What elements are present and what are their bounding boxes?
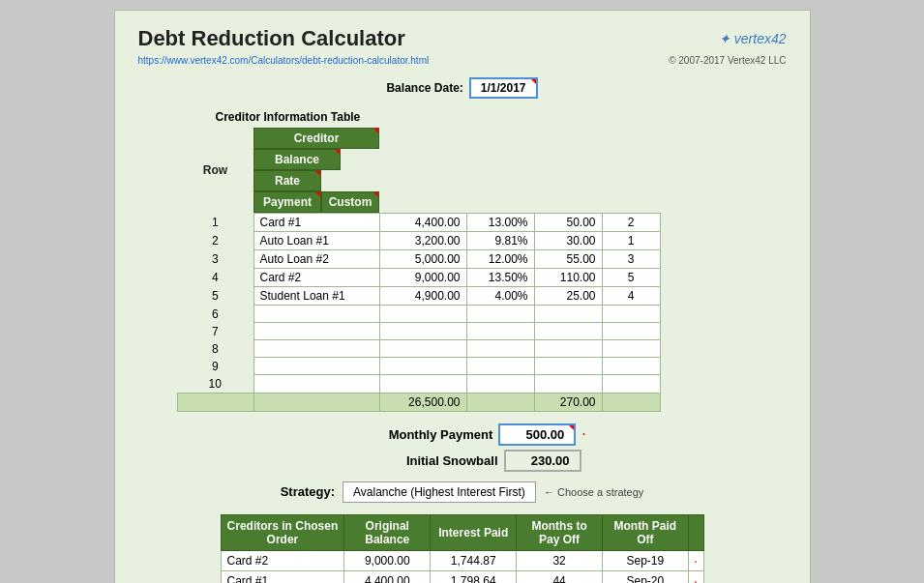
creditor-balance[interactable] [379, 340, 466, 358]
monthly-payment-row: Monthly Payment 500.00 · [338, 423, 585, 446]
initial-snowball-row: Initial Snowball 230.00 [343, 450, 581, 472]
creditor-custom[interactable] [602, 323, 660, 340]
creditor-name[interactable] [253, 375, 379, 394]
col-custom: Custom [321, 191, 379, 213]
results-table: Creditors in Chosen Order Original Balan… [221, 514, 704, 584]
result-months: 44 [517, 570, 603, 583]
url-link[interactable]: https://www.vertex42.com/Calculators/deb… [138, 55, 430, 66]
res-col-months: Months to Pay Off [517, 514, 603, 550]
creditor-payment[interactable]: 50.00 [534, 214, 602, 232]
creditor-balance[interactable]: 4,400.00 [379, 214, 466, 232]
creditor-custom[interactable]: 3 [602, 250, 660, 269]
creditor-rate[interactable] [466, 323, 534, 340]
creditor-rate[interactable]: 12.00% [466, 250, 534, 269]
creditor-balance[interactable] [379, 358, 466, 375]
creditor-balance[interactable]: 5,000.00 [379, 250, 466, 269]
creditor-custom[interactable] [602, 306, 660, 323]
monthly-payment-dot: · [581, 425, 585, 443]
result-interest: 1,744.87 [431, 550, 517, 570]
creditor-name[interactable]: Auto Loan #2 [253, 250, 379, 269]
creditor-balance[interactable]: 4,900.00 [379, 287, 466, 306]
initial-snowball-value: 230.00 [504, 450, 581, 472]
creditor-custom[interactable]: 2 [602, 214, 660, 232]
creditor-row: 2Auto Loan #13,200.009.81%30.001 [177, 232, 660, 250]
creditor-name[interactable] [253, 323, 379, 340]
creditor-payment[interactable]: 55.00 [534, 250, 602, 269]
creditor-name[interactable] [253, 358, 379, 375]
monthly-payment-input[interactable]: 500.00 [498, 423, 576, 446]
creditor-payment[interactable] [534, 375, 602, 394]
col-creditor: Creditor [253, 128, 379, 149]
col-rate: Rate [253, 170, 321, 191]
res-col-creditor: Creditors in Chosen Order [221, 514, 344, 550]
creditor-row: 10 [177, 375, 660, 394]
col-payment: Payment [253, 191, 321, 213]
creditor-payment[interactable] [534, 358, 602, 375]
creditor-rate[interactable]: 4.00% [466, 287, 534, 306]
creditor-payment[interactable] [534, 340, 602, 358]
creditor-name[interactable]: Auto Loan #1 [253, 232, 379, 250]
res-col-interest: Interest Paid [431, 514, 517, 550]
creditor-payment[interactable] [534, 323, 602, 340]
res-col-dot [688, 514, 703, 550]
result-row: Card #14,400.001,798.6444Sep-20· [221, 570, 703, 583]
creditor-rate[interactable]: 9.81% [466, 232, 534, 250]
creditor-payment[interactable]: 25.00 [534, 287, 602, 306]
strategy-hint: ← Choose a strategy [544, 486, 643, 498]
creditor-row: 4Card #29,000.0013.50%110.005 [177, 269, 660, 287]
result-balance: 9,000.00 [344, 550, 431, 570]
creditor-info-section: Creditor Information Table Row Creditor … [177, 110, 787, 412]
creditor-name[interactable] [253, 306, 379, 323]
creditor-rate[interactable] [466, 358, 534, 375]
creditor-rate[interactable] [466, 340, 534, 358]
creditor-row: 6 [177, 306, 660, 323]
result-dot: · [688, 550, 703, 570]
result-creditor: Card #1 [221, 570, 344, 583]
main-container: Debt Reduction Calculator ✦ vertex42 htt… [114, 10, 811, 583]
creditor-name[interactable]: Card #1 [253, 214, 379, 232]
creditor-balance[interactable]: 3,200.00 [379, 232, 466, 250]
row-header: Row [177, 128, 253, 214]
creditor-balance[interactable]: 9,000.00 [379, 269, 466, 287]
creditor-row: 1Card #14,400.0013.00%50.002 [177, 214, 660, 232]
result-balance: 4,400.00 [344, 570, 431, 583]
creditor-custom[interactable]: 1 [602, 232, 660, 250]
total-row: 26,500.00 270.00 [177, 393, 660, 411]
creditor-payment[interactable]: 30.00 [534, 232, 602, 250]
creditor-rate[interactable]: 13.50% [466, 269, 534, 287]
creditor-payment[interactable] [534, 306, 602, 323]
creditor-section-label: Creditor Information Table [216, 110, 787, 124]
strategy-row: Strategy: Avalanche (Highest Interest Fi… [138, 481, 787, 503]
creditor-balance[interactable] [379, 306, 466, 323]
result-dot: · [688, 570, 703, 583]
creditor-rate[interactable] [466, 306, 534, 323]
creditor-custom[interactable] [602, 340, 660, 358]
creditor-balance[interactable] [379, 323, 466, 340]
result-row: Card #29,000.001,744.8732Sep-19· [221, 550, 703, 570]
creditor-payment[interactable]: 110.00 [534, 269, 602, 287]
creditor-name[interactable]: Card #2 [253, 269, 379, 287]
creditor-custom[interactable]: 4 [602, 287, 660, 306]
results-table-wrapper: Creditors in Chosen Order Original Balan… [221, 514, 704, 584]
creditor-row: 5Student Loan #14,900.004.00%25.004 [177, 287, 660, 306]
app-title: Debt Reduction Calculator [138, 26, 405, 51]
creditor-name[interactable] [253, 340, 379, 358]
creditor-rate[interactable] [466, 375, 534, 394]
res-col-balance: Original Balance [344, 514, 431, 550]
result-interest: 1,798.64 [431, 570, 517, 583]
creditor-rate[interactable]: 13.00% [466, 214, 534, 232]
creditor-balance[interactable] [379, 375, 466, 394]
creditor-custom[interactable] [602, 358, 660, 375]
creditor-row: 3Auto Loan #25,000.0012.00%55.003 [177, 250, 660, 269]
creditor-name[interactable]: Student Loan #1 [253, 287, 379, 306]
total-balance: 26,500.00 [379, 393, 466, 411]
logo: ✦ vertex42 [719, 31, 787, 46]
res-col-month-paid: Month Paid Off [603, 514, 689, 550]
balance-date-row: Balance Date: 1/1/2017 [138, 77, 787, 99]
balance-date-input[interactable]: 1/1/2017 [469, 77, 538, 99]
strategy-select[interactable]: Avalanche (Highest Interest First) [343, 481, 536, 503]
creditor-row: 8 [177, 340, 660, 358]
creditor-custom[interactable] [602, 375, 660, 394]
creditor-custom[interactable]: 5 [602, 269, 660, 287]
result-creditor: Card #2 [221, 550, 344, 570]
